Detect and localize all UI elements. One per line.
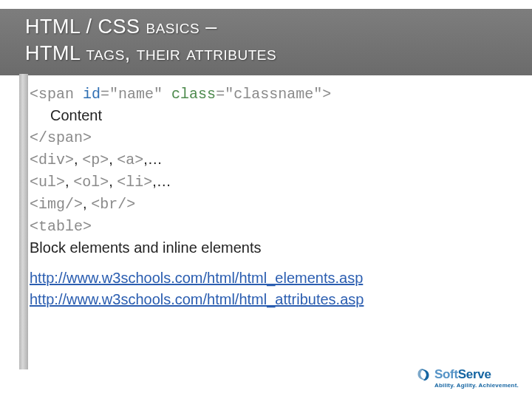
link-html-attributes[interactable]: http://www.w3schools.com/html/html_attri… (30, 291, 364, 307)
title-line-2: HTML tags, their attributes (25, 42, 276, 64)
tag-br: <br/> (91, 196, 135, 213)
text-block-inline: Block elements and inline elements (30, 237, 517, 259)
title-line-1: HTML / CSS basics – (25, 16, 217, 38)
comma-1: , (74, 151, 82, 167)
tag-img: <img/> (30, 196, 83, 213)
tag-p: <p> (82, 151, 109, 168)
eq-2: = (216, 86, 225, 103)
slide-title: HTML / CSS basics – HTML tags, their att… (25, 13, 276, 67)
ellipsis-2: ,… (152, 173, 171, 189)
ellipsis-1: ,… (143, 151, 163, 167)
comma-2: , (109, 151, 117, 167)
angle-open: < (30, 86, 38, 103)
slide-content: <span id="name" class="classname"> Conte… (30, 83, 517, 310)
logo-soft: Soft (434, 367, 458, 381)
link-line-attributes: http://www.w3schools.com/html/html_attri… (30, 289, 517, 310)
tag-ol: <ol> (73, 174, 109, 191)
link-html-elements[interactable]: http://www.w3schools.com/html/html_eleme… (30, 270, 363, 286)
eq-1: = (100, 86, 109, 103)
comma-4: , (109, 173, 117, 189)
space-2 (163, 86, 171, 103)
logo-serve: Serve (458, 367, 491, 381)
tag-div: <div> (30, 151, 74, 168)
title-band: HTML / CSS basics – HTML tags, their att… (0, 9, 532, 75)
footer-logo: SoftServe Ability. Agility. Achievement. (415, 366, 519, 389)
code-line-span-close: </span> (30, 126, 517, 149)
spacer (30, 259, 517, 267)
attr-id: id (83, 86, 100, 103)
left-accent-bar (19, 74, 28, 369)
tag-li: <li> (117, 174, 152, 191)
code-line-ul-ol-li: <ul>, <ol>, <li>,… (30, 171, 517, 193)
logo-text: SoftServe (434, 367, 491, 382)
code-line-img-br: <img/>, <br/> (30, 193, 517, 215)
code-line-div-p-a: <div>, <p>, <a>,… (30, 149, 517, 171)
val-class: "classname" (225, 86, 322, 103)
attr-class: class (171, 86, 216, 103)
tag-span-close: </span> (30, 129, 92, 146)
space (74, 86, 83, 103)
code-line-table: <table> (30, 215, 517, 237)
comma-3: , (65, 173, 73, 189)
logo-row: SoftServe (415, 366, 519, 383)
logo-swirl-icon (415, 366, 432, 383)
code-line-span-open: <span id="name" class="classname"> (30, 83, 517, 105)
content-word: Content (30, 105, 102, 126)
tag-span: span (38, 86, 74, 103)
tag-a: <a> (117, 151, 143, 168)
val-id: "name" (109, 86, 163, 103)
tag-table: <table> (30, 218, 92, 235)
angle-close: > (322, 86, 331, 103)
slide: HTML / CSS basics – HTML tags, their att… (0, 0, 532, 399)
comma-5: , (83, 195, 91, 211)
tag-ul: <ul> (30, 174, 65, 191)
logo-tagline: Ability. Agility. Achievement. (434, 382, 519, 389)
code-line-content: Content (30, 105, 517, 126)
link-line-elements: http://www.w3schools.com/html/html_eleme… (30, 267, 517, 289)
